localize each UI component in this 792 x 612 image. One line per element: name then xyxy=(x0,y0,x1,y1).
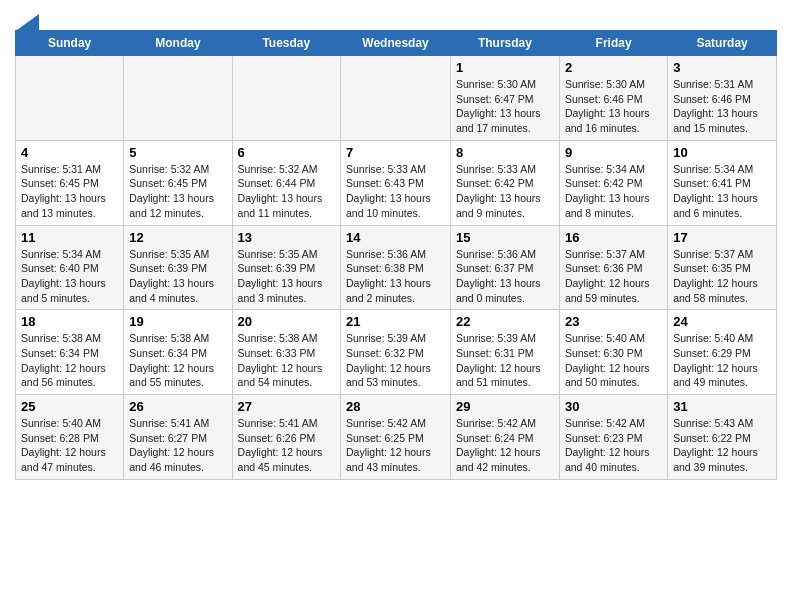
calendar-week-row: 25Sunrise: 5:40 AM Sunset: 6:28 PM Dayli… xyxy=(16,395,777,480)
day-info: Sunrise: 5:30 AM Sunset: 6:47 PM Dayligh… xyxy=(456,77,554,136)
day-number: 1 xyxy=(456,60,554,75)
day-info: Sunrise: 5:40 AM Sunset: 6:29 PM Dayligh… xyxy=(673,331,771,390)
calendar-cell: 22Sunrise: 5:39 AM Sunset: 6:31 PM Dayli… xyxy=(450,310,559,395)
day-info: Sunrise: 5:39 AM Sunset: 6:32 PM Dayligh… xyxy=(346,331,445,390)
day-number: 26 xyxy=(129,399,226,414)
day-info: Sunrise: 5:40 AM Sunset: 6:30 PM Dayligh… xyxy=(565,331,662,390)
day-info: Sunrise: 5:36 AM Sunset: 6:38 PM Dayligh… xyxy=(346,247,445,306)
calendar-cell: 5Sunrise: 5:32 AM Sunset: 6:45 PM Daylig… xyxy=(124,140,232,225)
day-number: 25 xyxy=(21,399,118,414)
day-info: Sunrise: 5:41 AM Sunset: 6:27 PM Dayligh… xyxy=(129,416,226,475)
day-number: 8 xyxy=(456,145,554,160)
day-info: Sunrise: 5:42 AM Sunset: 6:25 PM Dayligh… xyxy=(346,416,445,475)
day-number: 9 xyxy=(565,145,662,160)
day-info: Sunrise: 5:37 AM Sunset: 6:35 PM Dayligh… xyxy=(673,247,771,306)
day-number: 22 xyxy=(456,314,554,329)
calendar-cell: 27Sunrise: 5:41 AM Sunset: 6:26 PM Dayli… xyxy=(232,395,340,480)
calendar-cell: 10Sunrise: 5:34 AM Sunset: 6:41 PM Dayli… xyxy=(668,140,777,225)
day-info: Sunrise: 5:30 AM Sunset: 6:46 PM Dayligh… xyxy=(565,77,662,136)
calendar-cell: 9Sunrise: 5:34 AM Sunset: 6:42 PM Daylig… xyxy=(559,140,667,225)
day-number: 3 xyxy=(673,60,771,75)
weekday-header: Tuesday xyxy=(232,31,340,56)
calendar-cell: 30Sunrise: 5:42 AM Sunset: 6:23 PM Dayli… xyxy=(559,395,667,480)
day-info: Sunrise: 5:34 AM Sunset: 6:40 PM Dayligh… xyxy=(21,247,118,306)
weekday-header: Thursday xyxy=(450,31,559,56)
calendar-cell: 7Sunrise: 5:33 AM Sunset: 6:43 PM Daylig… xyxy=(341,140,451,225)
day-info: Sunrise: 5:34 AM Sunset: 6:41 PM Dayligh… xyxy=(673,162,771,221)
day-number: 19 xyxy=(129,314,226,329)
day-number: 15 xyxy=(456,230,554,245)
calendar-week-row: 4Sunrise: 5:31 AM Sunset: 6:45 PM Daylig… xyxy=(16,140,777,225)
calendar-cell: 20Sunrise: 5:38 AM Sunset: 6:33 PM Dayli… xyxy=(232,310,340,395)
day-number: 28 xyxy=(346,399,445,414)
calendar-cell: 29Sunrise: 5:42 AM Sunset: 6:24 PM Dayli… xyxy=(450,395,559,480)
day-number: 12 xyxy=(129,230,226,245)
calendar-cell: 31Sunrise: 5:43 AM Sunset: 6:22 PM Dayli… xyxy=(668,395,777,480)
day-info: Sunrise: 5:31 AM Sunset: 6:46 PM Dayligh… xyxy=(673,77,771,136)
page-header xyxy=(15,10,777,26)
calendar-cell xyxy=(341,56,451,141)
day-info: Sunrise: 5:35 AM Sunset: 6:39 PM Dayligh… xyxy=(238,247,335,306)
day-number: 18 xyxy=(21,314,118,329)
calendar-week-row: 11Sunrise: 5:34 AM Sunset: 6:40 PM Dayli… xyxy=(16,225,777,310)
calendar-week-row: 18Sunrise: 5:38 AM Sunset: 6:34 PM Dayli… xyxy=(16,310,777,395)
day-number: 30 xyxy=(565,399,662,414)
calendar-cell: 15Sunrise: 5:36 AM Sunset: 6:37 PM Dayli… xyxy=(450,225,559,310)
day-info: Sunrise: 5:38 AM Sunset: 6:34 PM Dayligh… xyxy=(21,331,118,390)
calendar-cell: 21Sunrise: 5:39 AM Sunset: 6:32 PM Dayli… xyxy=(341,310,451,395)
day-number: 29 xyxy=(456,399,554,414)
calendar-table: SundayMondayTuesdayWednesdayThursdayFrid… xyxy=(15,30,777,480)
logo xyxy=(15,14,39,26)
calendar-cell: 17Sunrise: 5:37 AM Sunset: 6:35 PM Dayli… xyxy=(668,225,777,310)
calendar-cell: 28Sunrise: 5:42 AM Sunset: 6:25 PM Dayli… xyxy=(341,395,451,480)
day-number: 31 xyxy=(673,399,771,414)
logo-icon xyxy=(17,14,39,30)
svg-marker-0 xyxy=(17,14,39,30)
day-info: Sunrise: 5:38 AM Sunset: 6:34 PM Dayligh… xyxy=(129,331,226,390)
calendar-cell: 1Sunrise: 5:30 AM Sunset: 6:47 PM Daylig… xyxy=(450,56,559,141)
day-number: 11 xyxy=(21,230,118,245)
day-info: Sunrise: 5:38 AM Sunset: 6:33 PM Dayligh… xyxy=(238,331,335,390)
day-number: 14 xyxy=(346,230,445,245)
weekday-header: Wednesday xyxy=(341,31,451,56)
weekday-header: Monday xyxy=(124,31,232,56)
day-info: Sunrise: 5:32 AM Sunset: 6:45 PM Dayligh… xyxy=(129,162,226,221)
day-info: Sunrise: 5:31 AM Sunset: 6:45 PM Dayligh… xyxy=(21,162,118,221)
calendar-cell: 16Sunrise: 5:37 AM Sunset: 6:36 PM Dayli… xyxy=(559,225,667,310)
calendar-cell: 12Sunrise: 5:35 AM Sunset: 6:39 PM Dayli… xyxy=(124,225,232,310)
day-number: 5 xyxy=(129,145,226,160)
day-info: Sunrise: 5:37 AM Sunset: 6:36 PM Dayligh… xyxy=(565,247,662,306)
calendar-body: 1Sunrise: 5:30 AM Sunset: 6:47 PM Daylig… xyxy=(16,56,777,480)
day-info: Sunrise: 5:33 AM Sunset: 6:42 PM Dayligh… xyxy=(456,162,554,221)
calendar-cell xyxy=(124,56,232,141)
calendar-cell: 23Sunrise: 5:40 AM Sunset: 6:30 PM Dayli… xyxy=(559,310,667,395)
day-number: 6 xyxy=(238,145,335,160)
calendar-cell xyxy=(16,56,124,141)
day-number: 27 xyxy=(238,399,335,414)
day-number: 13 xyxy=(238,230,335,245)
day-info: Sunrise: 5:41 AM Sunset: 6:26 PM Dayligh… xyxy=(238,416,335,475)
calendar-cell: 24Sunrise: 5:40 AM Sunset: 6:29 PM Dayli… xyxy=(668,310,777,395)
calendar-cell: 19Sunrise: 5:38 AM Sunset: 6:34 PM Dayli… xyxy=(124,310,232,395)
day-info: Sunrise: 5:34 AM Sunset: 6:42 PM Dayligh… xyxy=(565,162,662,221)
day-number: 2 xyxy=(565,60,662,75)
day-info: Sunrise: 5:32 AM Sunset: 6:44 PM Dayligh… xyxy=(238,162,335,221)
day-number: 20 xyxy=(238,314,335,329)
calendar-cell: 3Sunrise: 5:31 AM Sunset: 6:46 PM Daylig… xyxy=(668,56,777,141)
day-number: 7 xyxy=(346,145,445,160)
calendar-cell: 8Sunrise: 5:33 AM Sunset: 6:42 PM Daylig… xyxy=(450,140,559,225)
calendar-cell: 14Sunrise: 5:36 AM Sunset: 6:38 PM Dayli… xyxy=(341,225,451,310)
calendar-cell xyxy=(232,56,340,141)
calendar-cell: 11Sunrise: 5:34 AM Sunset: 6:40 PM Dayli… xyxy=(16,225,124,310)
calendar-cell: 18Sunrise: 5:38 AM Sunset: 6:34 PM Dayli… xyxy=(16,310,124,395)
calendar-cell: 13Sunrise: 5:35 AM Sunset: 6:39 PM Dayli… xyxy=(232,225,340,310)
day-info: Sunrise: 5:39 AM Sunset: 6:31 PM Dayligh… xyxy=(456,331,554,390)
day-info: Sunrise: 5:42 AM Sunset: 6:24 PM Dayligh… xyxy=(456,416,554,475)
day-info: Sunrise: 5:43 AM Sunset: 6:22 PM Dayligh… xyxy=(673,416,771,475)
day-info: Sunrise: 5:40 AM Sunset: 6:28 PM Dayligh… xyxy=(21,416,118,475)
calendar-header: SundayMondayTuesdayWednesdayThursdayFrid… xyxy=(16,31,777,56)
day-number: 16 xyxy=(565,230,662,245)
calendar-cell: 6Sunrise: 5:32 AM Sunset: 6:44 PM Daylig… xyxy=(232,140,340,225)
day-number: 21 xyxy=(346,314,445,329)
day-number: 17 xyxy=(673,230,771,245)
